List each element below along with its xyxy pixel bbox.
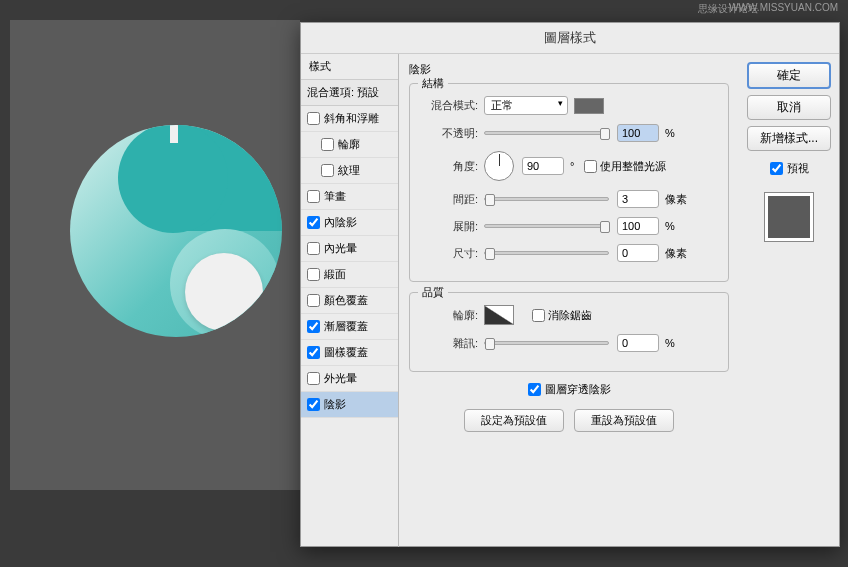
effect-checkbox[interactable] bbox=[321, 138, 334, 151]
blend-mode-select[interactable]: 正常 bbox=[484, 96, 568, 115]
angle-dial[interactable] bbox=[484, 151, 514, 181]
reset-default-button[interactable]: 重設為預設值 bbox=[574, 409, 674, 432]
effect-item[interactable]: 斜角和浮雕 bbox=[301, 106, 398, 132]
contour-label: 輪廓: bbox=[420, 308, 478, 323]
distance-label: 間距: bbox=[420, 192, 478, 207]
preview-swatch bbox=[764, 192, 814, 242]
panel-title: 陰影 bbox=[409, 62, 729, 77]
effect-item[interactable]: 外光暈 bbox=[301, 366, 398, 392]
quality-label: 品質 bbox=[418, 285, 448, 300]
effect-item[interactable]: 筆畫 bbox=[301, 184, 398, 210]
antialias-checkbox[interactable] bbox=[532, 309, 545, 322]
effect-item[interactable]: 陰影 bbox=[301, 392, 398, 418]
effect-item[interactable]: 內光暈 bbox=[301, 236, 398, 262]
effect-checkbox[interactable] bbox=[321, 164, 334, 177]
effect-checkbox[interactable] bbox=[307, 398, 320, 411]
effect-label: 外光暈 bbox=[324, 371, 357, 386]
layer-style-dialog: 圖層樣式 樣式 混合選項: 預設 斜角和浮雕輪廓紋理筆畫內陰影內光暈緞面顏色覆蓋… bbox=[300, 22, 840, 547]
right-button-column: 確定 取消 新增樣式... 預視 bbox=[739, 54, 839, 547]
angle-input[interactable] bbox=[522, 157, 564, 175]
effect-checkbox[interactable] bbox=[307, 320, 320, 333]
cancel-button[interactable]: 取消 bbox=[747, 95, 831, 120]
size-slider[interactable] bbox=[484, 251, 609, 255]
dialog-title: 圖層樣式 bbox=[301, 23, 839, 54]
effect-label: 顏色覆蓋 bbox=[324, 293, 368, 308]
effect-label: 紋理 bbox=[338, 163, 360, 178]
effect-checkbox[interactable] bbox=[307, 112, 320, 125]
effect-item[interactable]: 漸層覆蓋 bbox=[301, 314, 398, 340]
new-style-button[interactable]: 新增樣式... bbox=[747, 126, 831, 151]
styles-header[interactable]: 樣式 bbox=[301, 54, 398, 80]
effect-checkbox[interactable] bbox=[307, 294, 320, 307]
canvas-area bbox=[10, 20, 300, 490]
structure-fieldset: 結構 混合模式: 正常 不透明: % 角度: bbox=[409, 83, 729, 282]
knockout-checkbox[interactable] bbox=[528, 383, 541, 396]
opacity-unit: % bbox=[665, 127, 675, 139]
blend-options-item[interactable]: 混合選項: 預設 bbox=[301, 80, 398, 106]
effect-label: 陰影 bbox=[324, 397, 346, 412]
contour-picker[interactable] bbox=[484, 305, 514, 325]
effect-checkbox[interactable] bbox=[307, 268, 320, 281]
effects-list: 樣式 混合選項: 預設 斜角和浮雕輪廓紋理筆畫內陰影內光暈緞面顏色覆蓋漸層覆蓋圖… bbox=[301, 54, 399, 547]
noise-input[interactable] bbox=[617, 334, 659, 352]
settings-panel: 陰影 結構 混合模式: 正常 不透明: % 角 bbox=[399, 54, 739, 547]
effect-item[interactable]: 內陰影 bbox=[301, 210, 398, 236]
noise-slider[interactable] bbox=[484, 341, 609, 345]
size-input[interactable] bbox=[617, 244, 659, 262]
spread-label: 展開: bbox=[420, 219, 478, 234]
noise-label: 雜訊: bbox=[420, 336, 478, 351]
shadow-color-swatch[interactable] bbox=[574, 98, 604, 114]
effect-checkbox[interactable] bbox=[307, 190, 320, 203]
effect-item[interactable]: 顏色覆蓋 bbox=[301, 288, 398, 314]
global-light-checkbox[interactable] bbox=[584, 160, 597, 173]
spread-slider[interactable] bbox=[484, 224, 609, 228]
global-light-check[interactable]: 使用整體光源 bbox=[584, 159, 666, 174]
distance-unit: 像素 bbox=[665, 192, 687, 207]
set-default-button[interactable]: 設定為預設值 bbox=[464, 409, 564, 432]
opacity-input[interactable] bbox=[617, 124, 659, 142]
antialias-check[interactable]: 消除鋸齒 bbox=[532, 308, 592, 323]
effect-checkbox[interactable] bbox=[307, 346, 320, 359]
size-label: 尺寸: bbox=[420, 246, 478, 261]
effect-label: 筆畫 bbox=[324, 189, 346, 204]
effect-checkbox[interactable] bbox=[307, 216, 320, 229]
effect-label: 輪廓 bbox=[338, 137, 360, 152]
preview-check[interactable]: 預視 bbox=[747, 161, 831, 176]
effect-item[interactable]: 緞面 bbox=[301, 262, 398, 288]
size-unit: 像素 bbox=[665, 246, 687, 261]
preview-checkbox[interactable] bbox=[770, 162, 783, 175]
effect-label: 斜角和浮雕 bbox=[324, 111, 379, 126]
effect-label: 圖樣覆蓋 bbox=[324, 345, 368, 360]
effect-item[interactable]: 輪廓 bbox=[301, 132, 398, 158]
spread-unit: % bbox=[665, 220, 675, 232]
watermark-text: 思缘设计论坛 bbox=[698, 2, 758, 16]
opacity-slider[interactable] bbox=[484, 131, 609, 135]
effect-label: 內陰影 bbox=[324, 215, 357, 230]
distance-input[interactable] bbox=[617, 190, 659, 208]
distance-slider[interactable] bbox=[484, 197, 609, 201]
effect-checkbox[interactable] bbox=[307, 242, 320, 255]
ok-button[interactable]: 確定 bbox=[747, 62, 831, 89]
quality-fieldset: 品質 輪廓: 消除鋸齒 雜訊: % bbox=[409, 292, 729, 372]
artwork-circle bbox=[70, 125, 282, 337]
structure-label: 結構 bbox=[418, 76, 448, 91]
noise-unit: % bbox=[665, 337, 675, 349]
knockout-label: 圖層穿透陰影 bbox=[545, 382, 611, 397]
effect-label: 緞面 bbox=[324, 267, 346, 282]
opacity-label: 不透明: bbox=[420, 126, 478, 141]
effect-item[interactable]: 紋理 bbox=[301, 158, 398, 184]
effect-label: 內光暈 bbox=[324, 241, 357, 256]
effect-item[interactable]: 圖樣覆蓋 bbox=[301, 340, 398, 366]
effect-label: 漸層覆蓋 bbox=[324, 319, 368, 334]
angle-unit: ° bbox=[570, 160, 574, 172]
effect-checkbox[interactable] bbox=[307, 372, 320, 385]
angle-label: 角度: bbox=[420, 159, 478, 174]
blend-mode-label: 混合模式: bbox=[420, 98, 478, 113]
spread-input[interactable] bbox=[617, 217, 659, 235]
